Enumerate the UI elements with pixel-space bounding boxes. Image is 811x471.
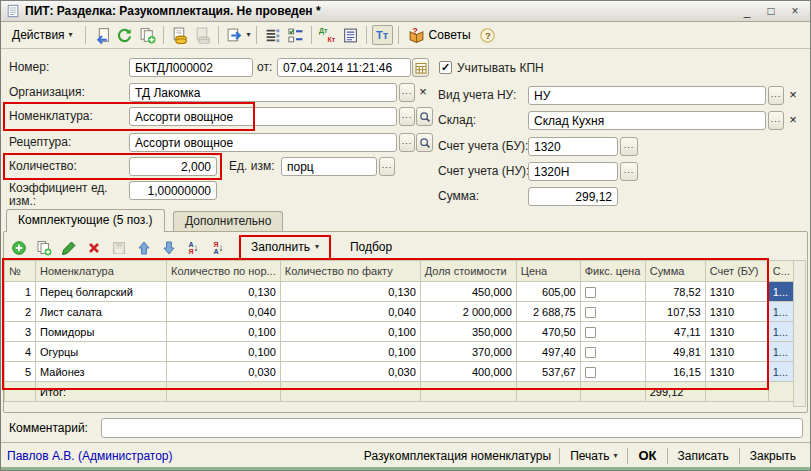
- print-button[interactable]: Печать ▾: [562, 446, 625, 466]
- list-settings-icon[interactable]: [262, 25, 283, 45]
- view-settings-icon[interactable]: [285, 25, 306, 45]
- calendar-button[interactable]: [412, 58, 429, 77]
- cell-price[interactable]: 497,40: [516, 342, 580, 362]
- cell-account-bu[interactable]: 1310: [705, 302, 768, 322]
- copy-document-icon[interactable]: [137, 25, 158, 45]
- table-row[interactable]: 4 Огурцы 0,100 0,100 370,000 497,40 49,8…: [5, 342, 795, 362]
- current-user-link[interactable]: Павлов А.В. (Администратор): [7, 449, 173, 463]
- nu-kind-select-button[interactable]: ...: [768, 86, 784, 105]
- coefficient-input[interactable]: 1,00000000: [129, 181, 217, 200]
- cell-share[interactable]: 370,000: [420, 342, 516, 362]
- cell-qty-norm[interactable]: 0,130: [167, 282, 281, 302]
- organization-select-button[interactable]: ...: [399, 83, 415, 102]
- ok-button[interactable]: ОК: [630, 445, 664, 466]
- cell-num[interactable]: 5: [5, 362, 36, 382]
- account-nu-select-button[interactable]: ...: [620, 162, 638, 181]
- warehouse-clear-icon[interactable]: ×: [786, 111, 800, 130]
- minimize-button[interactable]: _: [737, 3, 757, 19]
- cell-price[interactable]: 470,50: [516, 322, 580, 342]
- organization-clear-icon[interactable]: ×: [416, 83, 430, 102]
- account-bu-input[interactable]: 1320: [528, 137, 618, 156]
- move-up-icon[interactable]: [133, 238, 154, 258]
- cell-account-nu[interactable]: 1...: [768, 362, 794, 382]
- help-icon[interactable]: ?: [477, 25, 498, 45]
- column-header[interactable]: С...: [768, 261, 794, 282]
- cell-account-bu[interactable]: 1310: [705, 282, 768, 302]
- cell-sum[interactable]: 47,11: [645, 322, 705, 342]
- fixed-price-checkbox[interactable]: [585, 307, 596, 318]
- fixed-price-checkbox[interactable]: [585, 347, 596, 358]
- sum-input[interactable]: 299,12: [528, 187, 618, 206]
- table-row[interactable]: 1 Перец болгарский 0,130 0,130 450,000 6…: [5, 282, 795, 302]
- text-highlight-toggle-icon[interactable]: Тт: [372, 25, 393, 45]
- cell-account-nu[interactable]: 1...: [768, 322, 794, 342]
- nomenclature-select-button[interactable]: ...: [399, 107, 415, 126]
- cell-num[interactable]: 1: [5, 282, 36, 302]
- close-button[interactable]: ×: [785, 3, 805, 19]
- cell-price[interactable]: 605,00: [516, 282, 580, 302]
- sort-asc-icon[interactable]: АЯ ↓: [183, 238, 204, 258]
- recipe-input[interactable]: Ассорти овощное: [129, 133, 397, 152]
- nu-kind-input[interactable]: НУ: [528, 86, 766, 105]
- table-row[interactable]: 5 Майонез 0,030 0,030 400,000 537,67 16,…: [5, 362, 795, 382]
- cell-name[interactable]: Лист салата: [36, 302, 167, 322]
- comment-input[interactable]: [101, 418, 803, 438]
- cell-name[interactable]: Огурцы: [36, 342, 167, 362]
- column-header[interactable]: Цена: [516, 261, 580, 282]
- tab-additional[interactable]: Дополнительно: [173, 211, 283, 231]
- nu-kind-clear-icon[interactable]: ×: [786, 86, 800, 105]
- tab-components[interactable]: Комплектующие (5 поз.): [6, 209, 165, 232]
- document-register-icon[interactable]: [340, 25, 361, 45]
- debit-credit-icon[interactable]: ДтКт: [317, 25, 338, 45]
- cell-account-nu[interactable]: 1...: [768, 282, 794, 302]
- cell-num[interactable]: 4: [5, 342, 36, 362]
- column-header[interactable]: Фикс. цена: [580, 261, 645, 282]
- column-header[interactable]: Количество по нор...: [167, 261, 281, 282]
- nomenclature-input[interactable]: Ассорти овощное: [129, 107, 397, 126]
- kpn-checkbox[interactable]: ✓: [439, 61, 452, 74]
- cell-num[interactable]: 2: [5, 302, 36, 322]
- cell-price[interactable]: 537,67: [516, 362, 580, 382]
- maximize-button[interactable]: □: [761, 3, 781, 19]
- column-header[interactable]: Счет (БУ): [705, 261, 768, 282]
- recipe-open-button[interactable]: [416, 133, 433, 152]
- pick-button[interactable]: Подбор: [341, 238, 401, 257]
- chevron-down-icon[interactable]: ▾: [247, 31, 251, 39]
- cell-qty-fact[interactable]: 0,030: [280, 362, 420, 382]
- cell-qty-fact[interactable]: 0,040: [280, 302, 420, 322]
- save-button[interactable]: Записать: [670, 446, 737, 466]
- fill-button[interactable]: Заполнить ▾: [242, 238, 328, 257]
- table-row[interactable]: 2 Лист салата 0,040 0,040 2 000,000 2 68…: [5, 302, 795, 322]
- cell-share[interactable]: 2 000,000: [420, 302, 516, 322]
- delete-row-icon[interactable]: [83, 238, 104, 258]
- advice-button[interactable]: ? Советы: [404, 27, 475, 44]
- cell-sum[interactable]: 16,15: [645, 362, 705, 382]
- date-input[interactable]: 07.04.2014 11:21:46: [277, 58, 411, 77]
- cell-qty-fact[interactable]: 0,100: [280, 322, 420, 342]
- column-header[interactable]: Номенклатура: [36, 261, 167, 282]
- cell-sum[interactable]: 107,53: [645, 302, 705, 322]
- cell-account-bu[interactable]: 1310: [705, 362, 768, 382]
- copy-row-icon[interactable]: [33, 238, 54, 258]
- table-scrollbar[interactable]: [793, 260, 806, 407]
- quantity-input[interactable]: 2,000: [129, 157, 217, 176]
- cell-sum[interactable]: 78,52: [645, 282, 705, 302]
- cell-share[interactable]: 400,000: [420, 362, 516, 382]
- account-nu-input[interactable]: 1320Н: [528, 162, 618, 181]
- warehouse-input[interactable]: Склад Кухня: [528, 111, 766, 130]
- cell-num[interactable]: 3: [5, 322, 36, 342]
- cell-account-bu[interactable]: 1310: [705, 322, 768, 342]
- column-header[interactable]: №: [5, 261, 36, 282]
- cell-qty-fact[interactable]: 0,100: [280, 342, 420, 362]
- goto-icon[interactable]: [224, 25, 245, 45]
- close-document-button[interactable]: Закрыть: [742, 446, 804, 466]
- cell-name[interactable]: Перец болгарский: [36, 282, 167, 302]
- cell-qty-norm[interactable]: 0,100: [167, 342, 281, 362]
- cell-share[interactable]: 350,000: [420, 322, 516, 342]
- column-header[interactable]: Сумма: [645, 261, 705, 282]
- recipe-select-button[interactable]: ...: [399, 133, 415, 152]
- column-header[interactable]: Количество по факту: [280, 261, 420, 282]
- reread-icon[interactable]: [91, 25, 112, 45]
- fixed-price-checkbox[interactable]: [585, 327, 596, 338]
- add-row-icon[interactable]: [8, 238, 29, 258]
